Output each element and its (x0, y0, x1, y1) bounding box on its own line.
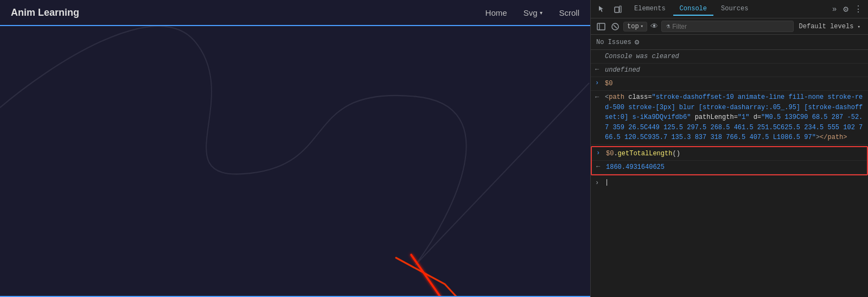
webpage-panel: Anim Learning Home Svg ▾ Scroll (0, 0, 590, 297)
console-get-total-command: › $0.getTotalLength() (592, 147, 867, 161)
console-output: Console was cleared ← undefined › $0 ← <… (591, 50, 868, 297)
dock-icon[interactable] (595, 21, 607, 33)
nav-scroll[interactable]: Scroll (559, 8, 579, 17)
settings-gear-icon[interactable]: ⚙ (842, 4, 850, 15)
clear-console-icon[interactable] (609, 21, 621, 33)
svg-rect-2 (620, 6, 621, 12)
input-prompt-icon: › (595, 179, 603, 187)
more-tabs-icon[interactable]: » (830, 5, 839, 14)
console-cursor: | (605, 179, 609, 186)
expand-arrow-icon[interactable]: › (595, 79, 603, 87)
eye-icon[interactable]: 👁 (649, 22, 659, 31)
chevron-down-icon: ▾ (641, 23, 643, 29)
devtools-toolbar-secondary: top ▾ 👁 ⚗ Default levels ▾ (591, 18, 868, 35)
tab-console[interactable]: Console (673, 3, 713, 16)
canvas-svg (0, 26, 590, 296)
return-arrow-icon: ← (595, 66, 603, 73)
nav-home[interactable]: Home (486, 8, 507, 17)
prompt-arrow-icon[interactable]: › (596, 149, 604, 157)
filter-input-area[interactable]: ⚗ (661, 21, 794, 32)
return-result-arrow-icon: ← (596, 163, 604, 170)
console-dollar0: $0 (605, 79, 864, 89)
console-result-line: ← 1860.4931640625 (592, 161, 867, 174)
devtools-panel: Elements Console Sources » ⚙ ⋮ (590, 0, 868, 297)
filter-input[interactable] (672, 23, 788, 30)
log-levels-selector[interactable]: Default levels ▾ (796, 22, 864, 31)
chevron-down-icon: ▾ (858, 24, 860, 30)
return-arrow-icon2: ← (595, 93, 603, 101)
nav-bar: Anim Learning Home Svg ▾ Scroll (0, 0, 590, 26)
highlighted-command-box: › $0.getTotalLength() ← 1860.4931640625 (591, 146, 868, 175)
no-issues-label: No Issues (596, 39, 631, 46)
chevron-down-icon: ▾ (540, 10, 542, 16)
console-command-text: $0.getTotalLength() (606, 149, 863, 159)
issues-gear-icon[interactable]: ⚙ (635, 37, 639, 47)
devtools-toolbar-issues: No Issues ⚙ (591, 35, 868, 50)
filter-icon: ⚗ (666, 22, 670, 30)
nav-links: Home Svg ▾ Scroll (486, 8, 579, 17)
tab-elements[interactable]: Elements (628, 3, 672, 16)
device-toggle-icon[interactable] (611, 3, 624, 16)
console-dollar0-line: › $0 (591, 77, 868, 91)
tab-sources[interactable]: Sources (714, 3, 755, 16)
frame-context-selector[interactable]: top ▾ (623, 22, 647, 31)
svg-line-0 (411, 255, 441, 296)
nav-svg[interactable]: Svg ▾ (524, 8, 543, 17)
console-result-value: 1860.4931640625 (606, 162, 863, 172)
console-cleared-line: Console was cleared (591, 50, 868, 64)
devtools-toolbar-top: Elements Console Sources » ⚙ ⋮ (591, 0, 868, 18)
more-options-icon[interactable]: ⋮ (853, 4, 864, 15)
console-path-content: <path class="stroke-dashoffset-10 animat… (605, 92, 864, 143)
console-path-line: ← <path class="stroke-dashoffset-10 anim… (591, 91, 868, 145)
svg-rect-3 (597, 23, 605, 30)
console-undefined-val: undefined (605, 65, 864, 75)
svg-rect-1 (615, 7, 619, 12)
console-cleared-msg: Console was cleared (605, 52, 864, 61)
console-input-prompt-line[interactable]: › | (591, 176, 868, 189)
svg-line-6 (614, 25, 617, 28)
nav-logo: Anim Learning (11, 7, 79, 18)
devtools-tabs: Elements Console Sources (628, 3, 827, 16)
console-undefined-line: ← undefined (591, 64, 868, 77)
canvas-area (0, 26, 590, 296)
inspect-icon[interactable] (595, 3, 608, 16)
